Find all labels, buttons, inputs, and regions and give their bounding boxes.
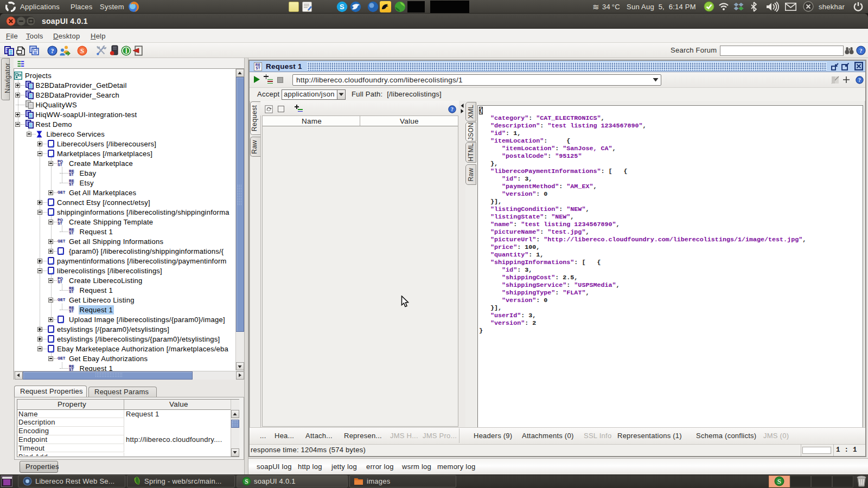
svg-text:?: ? <box>859 47 863 54</box>
svg-text:S: S <box>80 47 84 55</box>
svg-text:S: S <box>245 478 248 485</box>
svg-text:?: ? <box>50 47 54 55</box>
svg-text:S: S <box>340 3 344 11</box>
svg-text:l: l <box>125 47 127 55</box>
svg-text:?: ? <box>451 107 454 112</box>
svg-text:?: ? <box>858 78 861 83</box>
svg-text:S: S <box>777 477 781 485</box>
